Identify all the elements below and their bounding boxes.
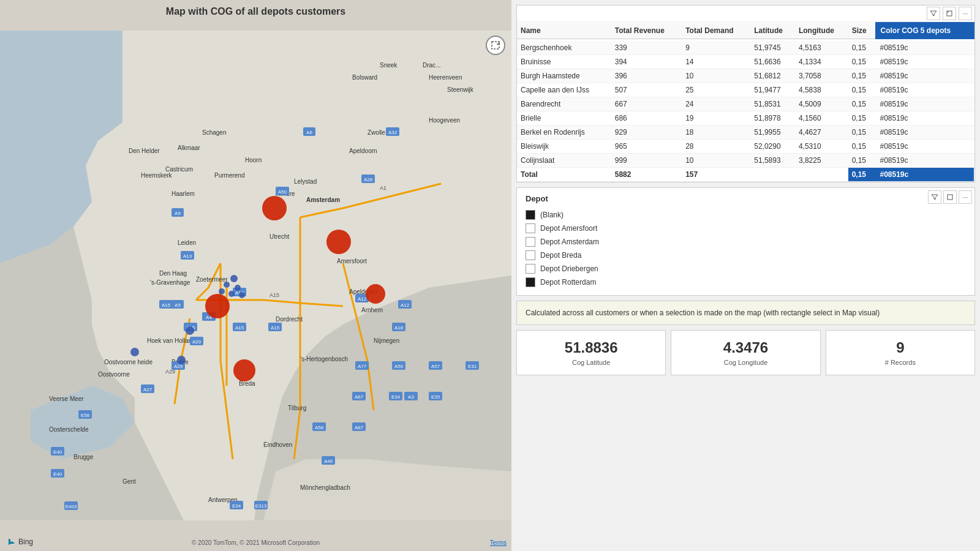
svg-text:Breda: Breda xyxy=(239,380,255,387)
svg-text:E40: E40 xyxy=(53,471,62,477)
kpi-label: # Records xyxy=(832,359,968,366)
svg-text:Nijmegen: Nijmegen xyxy=(374,337,399,344)
legend-swatch xyxy=(526,237,535,247)
table-row: Bleiswijk9652852,02904,53100,15#08519c xyxy=(517,140,974,154)
svg-text:Amersfoort: Amersfoort xyxy=(337,258,367,264)
table-toolbar: ··· xyxy=(517,6,974,22)
svg-point-123 xyxy=(326,230,351,254)
svg-text:Heemskerk: Heemskerk xyxy=(141,172,173,179)
svg-text:A15: A15 xyxy=(162,302,171,308)
svg-text:A12: A12 xyxy=(401,302,410,308)
rectangle-select-button[interactable] xyxy=(486,36,505,55)
col-color-cog: Color COG 5 depots xyxy=(876,23,974,39)
svg-point-134 xyxy=(177,356,186,364)
svg-text:E35: E35 xyxy=(431,394,440,400)
svg-text:Haarlem: Haarlem xyxy=(172,190,195,197)
svg-text:A5: A5 xyxy=(175,302,181,308)
svg-text:A58: A58 xyxy=(315,425,324,430)
svg-text:E34: E34 xyxy=(391,394,401,400)
bing-logo: Bing xyxy=(7,538,33,546)
svg-point-132 xyxy=(186,326,194,335)
svg-text:Castricum: Castricum xyxy=(165,166,193,173)
legend-swatch xyxy=(526,277,535,287)
table-row: Burgh Haamstede3961051,68123,70580,15#08… xyxy=(517,69,974,83)
col-size: Size xyxy=(848,23,876,39)
info-section: Calculated across all customers or when … xyxy=(516,301,975,325)
svg-text:A6: A6 xyxy=(306,130,312,135)
svg-text:'s-Hertogenbosch: 's-Hertogenbosch xyxy=(300,356,348,362)
legend-label: Depot Amsterdam xyxy=(540,238,599,246)
legend-label: Depot Driebergen xyxy=(540,264,598,273)
svg-text:A13: A13 xyxy=(183,253,192,259)
kpi-value: 9 xyxy=(832,339,968,356)
col-name: Name xyxy=(517,23,611,39)
svg-text:A77: A77 xyxy=(358,364,367,369)
info-text: Calculated across all customers or when … xyxy=(526,309,880,317)
svg-text:Dordrecht: Dordrecht xyxy=(276,316,303,323)
svg-text:E40: E40 xyxy=(53,449,62,455)
legend-filter-button[interactable] xyxy=(928,190,941,204)
table-row: Barendrecht6672451,85314,50090,15#08519c xyxy=(517,97,974,111)
svg-point-129 xyxy=(228,291,235,297)
legend-item[interactable]: Depot Amsterdam xyxy=(526,235,966,249)
legend-swatch xyxy=(526,264,535,274)
svg-text:A50: A50 xyxy=(394,364,404,369)
kpi-label: Cog Longitude xyxy=(677,359,813,366)
svg-point-128 xyxy=(235,285,241,291)
svg-text:Brugge: Brugge xyxy=(74,454,94,460)
svg-rect-137 xyxy=(948,195,952,200)
svg-text:Zoetermeer: Zoetermeer xyxy=(196,276,228,283)
svg-text:Gent: Gent xyxy=(123,478,136,485)
svg-text:Leiden: Leiden xyxy=(178,239,196,246)
table-row: Capelle aan den IJss5072551,94774,58380,… xyxy=(517,83,974,97)
kpi-label: Cog Latitude xyxy=(523,359,659,366)
data-table: Name Total Revenue Total Demand Latitude… xyxy=(517,22,974,182)
legend-label: (Blank) xyxy=(540,211,564,219)
svg-text:Oosterschelde: Oosterschelde xyxy=(49,426,89,433)
legend-swatch xyxy=(526,210,535,220)
svg-text:Veerse Meer: Veerse Meer xyxy=(49,395,84,402)
svg-text:Den Haag: Den Haag xyxy=(159,270,187,277)
expand-button[interactable] xyxy=(943,7,956,20)
more-options-button[interactable]: ··· xyxy=(959,7,972,20)
legend-items-container: (Blank)Depot AmersfoortDepot AmsterdamDe… xyxy=(526,208,966,289)
svg-text:E31: E31 xyxy=(468,364,477,369)
svg-text:Arnhem: Arnhem xyxy=(361,307,383,313)
svg-text:A67: A67 xyxy=(355,394,364,400)
legend-label: Depot Rotterdam xyxy=(540,278,596,287)
filter-button[interactable] xyxy=(927,7,940,20)
svg-text:A12: A12 xyxy=(358,296,367,302)
legend-more-button[interactable]: ··· xyxy=(959,190,972,204)
legend-swatch xyxy=(526,250,535,260)
svg-text:Amsterdam: Amsterdam xyxy=(306,197,340,203)
legend-swatch xyxy=(526,223,535,233)
kpi-value: 51.8836 xyxy=(523,339,659,356)
svg-text:A50: A50 xyxy=(278,189,287,195)
legend-item[interactable]: Depot Rotterdam xyxy=(526,276,966,289)
col-total-revenue: Total Revenue xyxy=(611,23,682,39)
kpi-card: 51.8836Cog Latitude xyxy=(516,330,666,375)
svg-text:A1: A1 xyxy=(380,185,386,191)
legend-item[interactable]: Depot Driebergen xyxy=(526,262,966,276)
svg-text:Steenwijk: Steenwijk xyxy=(447,86,474,93)
svg-text:Mönchengladbach: Mönchengladbach xyxy=(300,484,350,491)
svg-point-126 xyxy=(230,275,238,282)
legend-section: ··· Depot (Blank)Depot AmersfoortDepot A… xyxy=(516,187,975,296)
svg-text:A67: A67 xyxy=(355,425,364,430)
svg-text:Lelystad: Lelystad xyxy=(294,178,317,185)
map-title: Map with COG of all depots customers xyxy=(0,6,511,17)
table-section: ··· Name Total Revenue Total Demand Lati… xyxy=(516,5,975,182)
map-terms-link[interactable]: Terms xyxy=(490,539,507,546)
kpi-section: 51.8836Cog Latitude4.3476Cog Longitude9#… xyxy=(516,330,975,375)
legend-expand-button[interactable] xyxy=(943,190,957,204)
svg-text:E34: E34 xyxy=(232,503,241,509)
svg-point-127 xyxy=(224,282,230,288)
svg-text:Apeldoorn: Apeldoorn xyxy=(349,148,377,154)
svg-text:Zwolle: Zwolle xyxy=(368,129,385,136)
legend-item[interactable]: Depot Breda xyxy=(526,249,966,262)
svg-text:Tilburg: Tilburg xyxy=(288,405,306,411)
svg-text:Oostvoorne: Oostvoorne xyxy=(98,371,130,378)
legend-item[interactable]: Depot Amersfoort xyxy=(526,222,966,235)
kpi-value: 4.3476 xyxy=(677,339,813,356)
legend-item[interactable]: (Blank) xyxy=(526,208,966,222)
